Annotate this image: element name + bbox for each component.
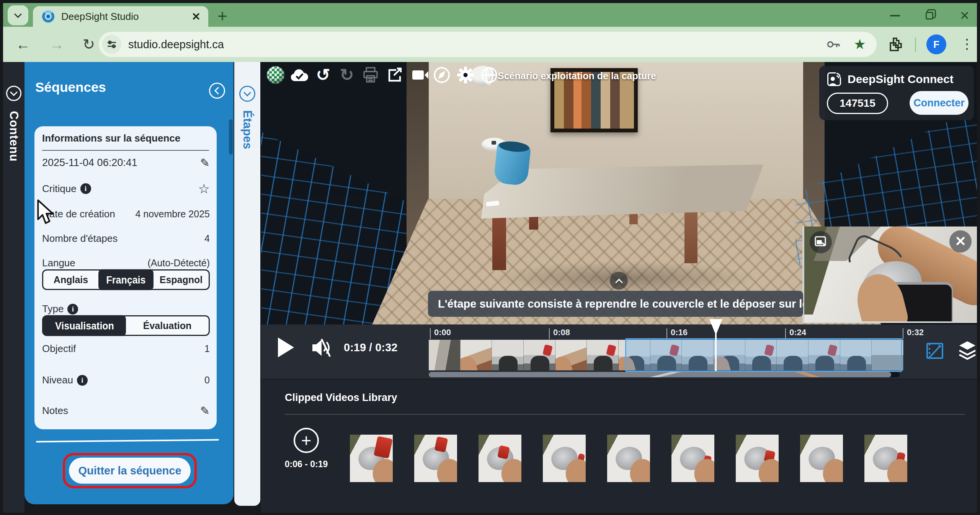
- edit-pencil-icon[interactable]: ✎: [200, 156, 210, 169]
- cloud-save-icon[interactable]: [290, 66, 309, 84]
- clip-thumbnail[interactable]: [800, 435, 843, 482]
- panel-scrollbar[interactable]: [229, 119, 233, 155]
- connect-person-icon: [826, 71, 842, 87]
- mute-speaker-icon[interactable]: [310, 336, 335, 361]
- scrollbar-thumb[interactable]: [429, 372, 891, 377]
- video-camera-icon[interactable]: [409, 66, 427, 84]
- notes-label: Notes: [42, 405, 68, 417]
- new-tab-button[interactable]: +: [217, 7, 227, 25]
- url-bar[interactable]: studio.deepsight.ca ★: [99, 32, 877, 57]
- reload-button[interactable]: ↻: [78, 34, 100, 55]
- clip-thumbnail-row: [350, 435, 907, 482]
- filmstrip-frame: [587, 340, 619, 370]
- play-button[interactable]: [278, 337, 294, 357]
- type-option-visualisation[interactable]: Visualisation: [43, 315, 126, 336]
- info-icon[interactable]: i: [80, 183, 91, 194]
- settings-gear-icon[interactable]: [456, 66, 475, 84]
- pip-shrink-button[interactable]: [810, 231, 832, 253]
- timeline-scrollbar[interactable]: [429, 372, 900, 377]
- tab-close-icon[interactable]: ✕: [192, 10, 201, 23]
- clip-thumbnail[interactable]: [350, 435, 393, 482]
- clip-edit-icon[interactable]: [924, 341, 945, 363]
- etapes-collapse-button[interactable]: [239, 86, 255, 102]
- tab-title: DeepSight Studio: [61, 11, 187, 23]
- clip-thumbnail[interactable]: [864, 435, 907, 482]
- info-icon[interactable]: i: [77, 375, 88, 386]
- add-clip-button[interactable]: +: [294, 428, 319, 453]
- playhead-handle[interactable]: [709, 319, 722, 335]
- time-display: 0:19 / 0:32: [344, 341, 397, 354]
- timeline-ruler[interactable]: 0:00 0:08 0:16 0:24 0:32: [429, 324, 903, 379]
- deepsight-connect-panel: DeepSight Connect 147515 Connecter: [819, 66, 974, 120]
- timeline-tick: [666, 328, 667, 339]
- chevron-left-icon: [214, 87, 222, 95]
- clip-thumbnail[interactable]: [736, 435, 779, 482]
- tick-label: 0:24: [789, 328, 806, 337]
- profile-avatar[interactable]: F: [926, 34, 946, 54]
- language-option-francais[interactable]: Français: [98, 269, 154, 290]
- clip-thumbnail[interactable]: [543, 435, 586, 482]
- content-collapse-button[interactable]: [6, 86, 21, 101]
- window-restore-button[interactable]: [921, 8, 938, 23]
- clip-thumbnail[interactable]: [414, 435, 457, 482]
- language-segmented-control: Anglais Français Espagnol: [42, 269, 210, 290]
- language-option-espagnol[interactable]: Espagnol: [154, 271, 209, 289]
- library-title: Clipped Videos Library: [285, 392, 397, 404]
- share-export-icon[interactable]: [385, 66, 403, 84]
- extensions-icon[interactable]: [887, 35, 905, 55]
- clip-thumbnail[interactable]: [479, 435, 521, 482]
- caption-expand-button[interactable]: [610, 272, 628, 290]
- connect-title: DeepSight Connect: [848, 73, 954, 86]
- objective-label: Objectif: [42, 343, 76, 355]
- tab-search-button[interactable]: [8, 5, 28, 25]
- browser-toolbar: ← → ↻ studio.deepsight.ca ★ F ⋮: [3, 27, 977, 62]
- undo-icon[interactable]: ↺: [314, 66, 332, 84]
- compass-icon[interactable]: [433, 66, 451, 84]
- site-settings-icon[interactable]: [102, 35, 121, 54]
- info-icon[interactable]: i: [67, 304, 78, 315]
- critique-label: Critique: [42, 183, 77, 195]
- chevron-up-icon: [615, 279, 623, 286]
- creation-date-value: 4 novembre 2025: [135, 209, 210, 220]
- layers-icon[interactable]: [956, 339, 978, 363]
- browser-menu-icon[interactable]: ⋮: [959, 33, 975, 55]
- critique-star-icon[interactable]: ☆: [198, 182, 210, 195]
- forward-button[interactable]: →: [46, 34, 67, 55]
- redo-icon[interactable]: ↻: [338, 66, 356, 84]
- browser-tab[interactable]: DeepSight Studio ✕: [33, 6, 208, 27]
- reservoir-object: [493, 142, 531, 186]
- quit-sequence-button[interactable]: Quitter la séquence: [69, 458, 191, 484]
- pip-close-icon[interactable]: ✕: [949, 230, 972, 253]
- window-minimize-button[interactable]: [887, 8, 903, 23]
- clip-thumbnail[interactable]: [671, 435, 714, 482]
- bookmark-star-icon[interactable]: ★: [854, 37, 866, 51]
- tick-label: 0:00: [434, 328, 451, 337]
- timeline-tick: [430, 328, 431, 339]
- toolbar-divider: [915, 37, 916, 52]
- steps-count-row: Nombre d'étapes 4: [42, 233, 210, 244]
- clip-thumbnail[interactable]: [607, 435, 650, 482]
- etapes-tab-label[interactable]: Étapes: [240, 110, 254, 149]
- steps-count-value: 4: [204, 233, 210, 244]
- chevron-down-icon: [14, 10, 22, 18]
- back-button[interactable]: ←: [12, 34, 34, 55]
- tick-label: 0:32: [907, 328, 924, 337]
- window-close-button[interactable]: ✕: [956, 8, 973, 23]
- globe-icon[interactable]: [480, 66, 498, 84]
- print-icon[interactable]: [361, 66, 380, 84]
- password-key-icon[interactable]: [825, 37, 841, 52]
- sequences-collapse-button[interactable]: [209, 83, 225, 99]
- edit-pencil-icon[interactable]: ✎: [200, 404, 210, 417]
- playhead[interactable]: [715, 331, 717, 371]
- type-option-evaluation[interactable]: Évaluation: [126, 316, 209, 335]
- scene-viewport[interactable]: ↺ ↻ Scénario exploitation de la capture: [261, 62, 977, 324]
- timeline-selection[interactable]: [625, 338, 902, 372]
- video-timeline-bar: 0:19 / 0:32 0:00 0:08 0:16 0:24 0:32: [261, 324, 977, 379]
- pip-video-overlay[interactable]: ✕: [802, 227, 977, 323]
- capture-sphere-icon[interactable]: [266, 66, 285, 84]
- language-hint: (Auto-Détecté): [147, 258, 210, 269]
- connect-button[interactable]: Connecter: [910, 91, 969, 115]
- tick-label: 0:16: [671, 328, 688, 337]
- language-option-anglais[interactable]: Anglais: [43, 271, 98, 289]
- content-rail-label[interactable]: Contenu: [7, 111, 21, 162]
